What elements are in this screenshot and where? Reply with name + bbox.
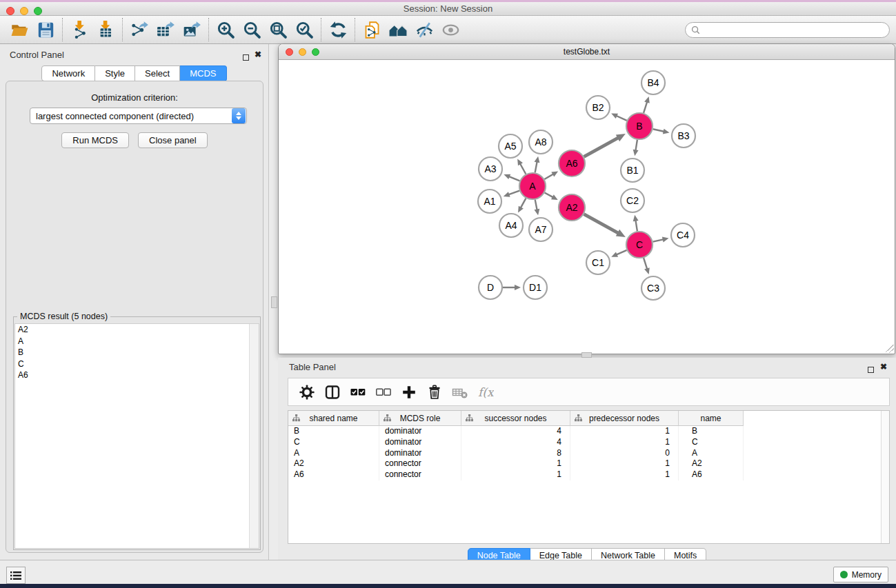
minimize-network-button[interactable] — [299, 48, 306, 56]
cell-predecessor-nodes[interactable]: 1 — [570, 426, 679, 437]
cell-predecessor-nodes[interactable]: 1 — [570, 469, 679, 480]
graph-edge-A-A2[interactable] — [545, 193, 554, 198]
result-item[interactable]: A — [15, 336, 259, 347]
cell-name[interactable]: A6 — [679, 469, 744, 480]
cell-shared-name[interactable]: C — [288, 437, 379, 448]
cell-predecessor-nodes[interactable]: 0 — [570, 448, 679, 459]
zoom-fit-button[interactable] — [265, 17, 291, 42]
cell-MCDS-role[interactable]: connector — [379, 458, 461, 469]
graph-edge-C-C2[interactable] — [635, 220, 637, 232]
network-canvas[interactable]: AA1A2A3A4A5A6A7A8BB1B2B3B4CC1C2C3C4DD1 — [279, 60, 895, 354]
cell-successor-nodes[interactable]: 8 — [461, 448, 570, 459]
add-column-button[interactable] — [396, 381, 421, 404]
result-item[interactable]: A2 — [15, 324, 259, 336]
select-all-button[interactable] — [345, 381, 370, 404]
cell-predecessor-nodes[interactable]: 1 — [570, 458, 679, 469]
table-row[interactable]: Adominator80A — [288, 448, 889, 459]
network-window-titlebar[interactable]: testGlobe.txt — [279, 44, 895, 60]
cell-MCDS-role[interactable]: dominator — [379, 437, 461, 448]
hide-selected-button[interactable] — [411, 17, 437, 42]
graph-edge-B-B2[interactable] — [616, 115, 627, 120]
result-list-scrollbar[interactable] — [249, 324, 259, 548]
delete-column-button[interactable] — [421, 381, 447, 404]
cell-successor-nodes[interactable]: 1 — [461, 469, 570, 480]
refresh-network-button[interactable] — [325, 17, 351, 42]
column-header-MCDS-role[interactable]: MCDS role — [379, 411, 461, 426]
horizontal-split-grip[interactable] — [581, 352, 592, 358]
column-header-predecessor-nodes[interactable]: predecessor nodes — [570, 411, 679, 426]
column-header-name[interactable]: name — [679, 411, 744, 426]
zoom-out-button[interactable] — [239, 17, 265, 42]
graph-edge-C-C3[interactable] — [644, 258, 647, 270]
graph-edge-B-B4[interactable] — [644, 101, 647, 113]
cell-successor-nodes[interactable]: 1 — [461, 458, 570, 469]
graph-edge-B-B3[interactable] — [653, 129, 665, 132]
graph-edge-C-C4[interactable] — [653, 239, 664, 242]
table-settings-button[interactable] — [294, 381, 319, 404]
cell-shared-name[interactable]: A6 — [288, 469, 379, 480]
zoom-in-button[interactable] — [212, 17, 239, 42]
show-all-button[interactable] — [437, 17, 464, 42]
table-row[interactable]: A2connector11A2 — [288, 458, 889, 469]
export-table-button[interactable] — [152, 17, 179, 42]
table-scrollbar[interactable] — [881, 411, 889, 543]
close-network-button[interactable] — [286, 48, 293, 56]
result-item[interactable]: B — [15, 347, 259, 358]
cell-MCDS-role[interactable]: connector — [379, 469, 461, 480]
cell-name[interactable]: A2 — [679, 458, 744, 469]
memory-button[interactable]: Memory — [833, 567, 888, 582]
cell-MCDS-role[interactable]: dominator — [379, 448, 461, 459]
zoom-window-button[interactable] — [34, 7, 42, 15]
float-panel-icon[interactable] — [243, 51, 249, 63]
result-item[interactable]: C — [15, 358, 259, 370]
cell-name[interactable]: C — [679, 437, 744, 448]
export-image-button[interactable] — [179, 17, 205, 42]
cell-successor-nodes[interactable]: 4 — [461, 437, 570, 448]
tab-network[interactable]: Network — [41, 65, 95, 81]
tab-mcds[interactable]: MCDS — [180, 65, 226, 81]
graph-edge-C-C1[interactable] — [616, 250, 627, 255]
open-session-button[interactable] — [6, 17, 32, 42]
deselect-all-button[interactable] — [370, 381, 396, 404]
cell-name[interactable]: A — [679, 448, 744, 459]
table-row[interactable]: Bdominator41B — [288, 426, 889, 437]
zoom-network-button[interactable] — [312, 48, 319, 56]
graph-edge-A-A5[interactable] — [520, 163, 526, 174]
graph-edge-A-A7[interactable] — [535, 200, 537, 211]
graph-edge-A-A1[interactable] — [508, 191, 519, 195]
run-mcds-button[interactable]: Run MCDS — [61, 132, 129, 148]
close-panel-icon[interactable]: ✖ — [255, 51, 261, 58]
toggle-panes-button[interactable] — [319, 381, 345, 404]
import-table-button[interactable] — [92, 17, 119, 42]
minimize-window-button[interactable] — [20, 7, 28, 15]
table-row[interactable]: A6connector11A6 — [288, 469, 889, 480]
graph-edge-A-A4[interactable] — [520, 199, 526, 209]
optimization-criterion-select[interactable]: largest connected component (directed) — [30, 108, 247, 124]
graph-edge-A-A3[interactable] — [508, 176, 520, 181]
function-builder-button[interactable]: f(x) — [472, 381, 498, 404]
column-header-successor-nodes[interactable]: successor nodes — [461, 411, 570, 426]
close-window-button[interactable] — [6, 7, 14, 15]
cell-predecessor-nodes[interactable]: 1 — [570, 437, 679, 448]
result-item[interactable]: A6 — [15, 369, 259, 381]
tab-select[interactable]: Select — [135, 65, 180, 81]
graph-edge-A2-C[interactable] — [584, 214, 619, 234]
search-input[interactable] — [704, 25, 884, 34]
delete-table-button[interactable] — [447, 381, 472, 404]
graph-edge-A6-B[interactable] — [584, 137, 619, 156]
cell-name[interactable]: B — [679, 426, 744, 437]
cell-MCDS-role[interactable]: dominator — [379, 426, 461, 437]
export-network-button[interactable] — [126, 17, 152, 42]
graph-edge-B-B1[interactable] — [635, 140, 637, 152]
table-row[interactable]: Cdominator41C — [288, 437, 889, 448]
cell-successor-nodes[interactable]: 4 — [461, 426, 570, 437]
column-header-shared-name[interactable]: shared name — [288, 411, 379, 426]
vertical-split-grip[interactable] — [271, 296, 277, 308]
cell-shared-name[interactable]: B — [288, 426, 379, 437]
resize-handle[interactable] — [886, 345, 894, 353]
cell-shared-name[interactable]: A — [288, 448, 379, 459]
zoom-selected-button[interactable] — [291, 17, 317, 42]
new-network-from-file-button[interactable] — [359, 17, 385, 42]
close-panel-button[interactable]: Close panel — [138, 132, 208, 148]
graph-edge-A-A8[interactable] — [535, 161, 537, 173]
